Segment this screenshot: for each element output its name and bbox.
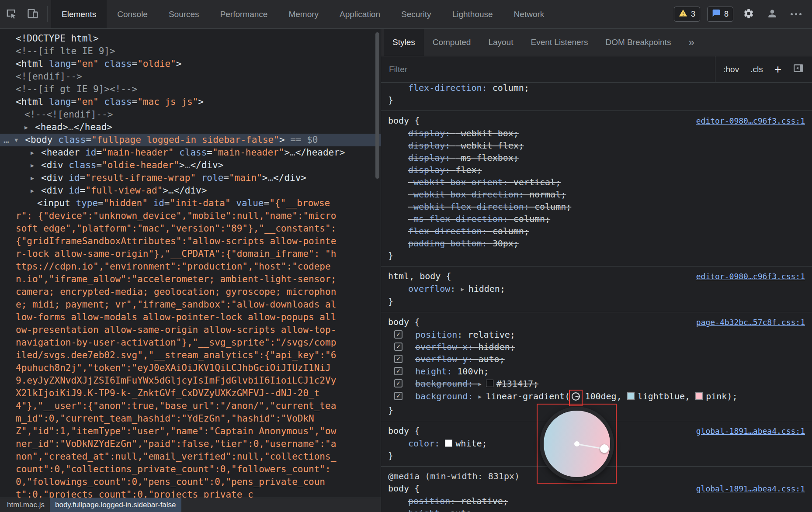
css-rule: html, body {editor-0980…c96f3.css:1overf…	[381, 266, 812, 312]
css-declaration[interactable]: ✓background: ▶#131417;	[388, 377, 805, 390]
dom-tree-node[interactable]: ▶<div id="result-iframe-wrap" role="main…	[0, 172, 381, 184]
expand-arrow-icon[interactable]: ▶	[31, 184, 41, 197]
toggle-computed-sidebar-button[interactable]	[793, 62, 804, 76]
toggle-pseudo-state-button[interactable]: :hov	[723, 65, 739, 74]
color-swatch[interactable]	[445, 439, 452, 447]
expand-arrow-icon[interactable]: ▶	[24, 121, 35, 134]
tab-dom-breakpoints[interactable]: DOM Breakpoints	[597, 29, 680, 56]
declaration-checkbox[interactable]: ✓	[394, 355, 403, 363]
settings-button[interactable]	[740, 8, 757, 21]
dom-tree-node[interactable]: … ▼<body class="fullpage logged-in sideb…	[0, 134, 381, 146]
declaration-checkbox[interactable]: ✓	[394, 379, 403, 387]
color-swatch[interactable]	[695, 392, 703, 400]
stylesheet-link[interactable]: global-1891…abea4.css:1	[696, 425, 805, 437]
expand-arrow-icon[interactable]: ▶	[31, 172, 41, 184]
css-declaration[interactable]: padding-bottom: 30px;	[388, 237, 805, 249]
dom-tree-node[interactable]: ▶<div id="full-view-ad">…</div>	[0, 184, 381, 197]
css-declaration[interactable]: ✓height: 100vh;	[388, 365, 805, 377]
devtools-window: ElementsConsoleSourcesPerformanceMemoryA…	[0, 0, 812, 512]
rule-close-brace: }	[388, 94, 805, 106]
expand-value-icon[interactable]: ▶	[479, 391, 482, 403]
css-declaration[interactable]: -webkit-flex-direction: column;	[388, 201, 805, 213]
angle-picker-popup[interactable]	[537, 404, 617, 484]
css-declaration[interactable]: display: -webkit-flex;	[388, 139, 805, 152]
css-declaration[interactable]: overflow: ▶hidden;	[388, 283, 805, 295]
dom-tree-node[interactable]: <!--<![endif]-->	[0, 108, 381, 121]
tab-layout[interactable]: Layout	[479, 29, 522, 56]
css-declaration[interactable]: height: auto;	[388, 507, 805, 512]
dom-tree-node[interactable]: <!DOCTYPE html>	[0, 32, 381, 45]
expand-value-icon[interactable]: ▶	[479, 378, 482, 390]
dom-tree-node[interactable]: <![endif]-->	[0, 70, 381, 83]
inspect-element-button[interactable]	[0, 0, 22, 28]
css-declaration[interactable]: position: relative;	[388, 495, 805, 507]
collapse-arrow-icon[interactable]: ▼	[14, 134, 25, 146]
dom-tree-node[interactable]: <!--[if lte IE 9]>	[0, 45, 381, 58]
more-options-button[interactable]	[788, 13, 804, 15]
stylesheet-link[interactable]: editor-0980…c96f3.css:1	[696, 115, 805, 127]
css-declaration[interactable]: ✓overflow-y: auto;	[388, 353, 805, 365]
breadcrumb-item[interactable]: html.mac.js	[2, 498, 50, 512]
message-bubble-icon	[712, 9, 721, 20]
tab-application[interactable]: Application	[329, 0, 391, 28]
tab-network[interactable]: Network	[503, 0, 555, 28]
dom-tree: <!DOCTYPE html><!--[if lte IE 9]><html l…	[0, 29, 381, 498]
declaration-checkbox[interactable]: ✓	[394, 342, 403, 351]
tab-security[interactable]: Security	[391, 0, 442, 28]
tab-event-listeners[interactable]: Event Listeners	[522, 29, 597, 56]
css-declaration[interactable]: ✓overflow-x: hidden;	[388, 341, 805, 353]
tab-performance[interactable]: Performance	[210, 0, 278, 28]
css-declaration[interactable]: display: -ms-flexbox;	[388, 152, 805, 164]
toggle-class-button[interactable]: .cls	[750, 65, 763, 74]
rule-close-brace: }	[388, 295, 805, 308]
stylesheet-link[interactable]: global-1891…abea4.css:1	[696, 483, 805, 495]
device-toolbar-button[interactable]	[22, 0, 44, 28]
profile-button[interactable]	[764, 8, 781, 21]
angle-icon[interactable]	[571, 392, 580, 404]
angle-hand-line	[576, 443, 602, 449]
dom-tree-node[interactable]: ▶<head>…</head>	[0, 121, 381, 134]
more-tabs-button[interactable]: »	[681, 29, 701, 56]
declaration-checkbox[interactable]: ✓	[394, 392, 403, 400]
tab-computed[interactable]: Computed	[424, 29, 480, 56]
angle-dial[interactable]	[540, 407, 614, 481]
css-declaration[interactable]: -ms-flex-direction: column;	[388, 213, 805, 225]
angle-handle[interactable]	[599, 443, 609, 453]
toolbar-right: 3 8	[674, 0, 812, 28]
css-declaration[interactable]: display: -webkit-box;	[388, 127, 805, 139]
dom-tree-node[interactable]: ▶<div class="oldie-header">…</div>	[0, 159, 381, 172]
tab-lighthouse[interactable]: Lighthouse	[442, 0, 503, 28]
css-declaration[interactable]: ✓background: ▶linear-gradient(100deg, li…	[388, 390, 805, 404]
tab-sources[interactable]: Sources	[158, 0, 210, 28]
tab-memory[interactable]: Memory	[278, 0, 329, 28]
breadcrumb-item[interactable]: body.fullpage.logged-in.sidebar-false	[50, 498, 181, 512]
expand-arrow-icon[interactable]: ▶	[31, 159, 41, 172]
dom-tree-node[interactable]: <html lang="en" class="mac js js">	[0, 96, 381, 108]
stylesheet-link[interactable]: page-4b32bc…57c8f.css:1	[696, 316, 805, 329]
tab-elements[interactable]: Elements	[51, 0, 107, 28]
css-declaration[interactable]: -webkit-box-orient: vertical;	[388, 176, 805, 188]
scrollbar-thumb[interactable]	[375, 32, 379, 179]
expand-arrow-icon[interactable]: ▶	[31, 146, 41, 159]
declaration-checkbox[interactable]: ✓	[394, 367, 403, 375]
issues-badge[interactable]: 3	[674, 7, 700, 22]
color-swatch[interactable]	[627, 392, 635, 400]
declaration-checkbox[interactable]: ✓	[394, 330, 403, 339]
css-declaration[interactable]: flex-direction: column;	[388, 225, 805, 237]
css-declaration[interactable]: display: flex;	[388, 164, 805, 176]
console-messages-badge[interactable]: 8	[707, 7, 733, 22]
stylesheet-link[interactable]: editor-0980…c96f3.css:1	[696, 270, 805, 283]
expand-value-icon[interactable]: ▶	[461, 283, 464, 295]
dom-tree-node[interactable]: <html lang="en" class="oldie">	[0, 58, 381, 70]
css-declaration[interactable]: ✓position: relative;	[388, 329, 805, 341]
css-declaration[interactable]: flex-direction: column;	[388, 82, 805, 94]
rule-header: html, body {editor-0980…c96f3.css:1	[388, 270, 805, 283]
color-swatch[interactable]	[486, 380, 493, 387]
css-declaration[interactable]: -webkit-box-direction: normal;	[388, 188, 805, 201]
dom-tree-node-input[interactable]: <input type="hidden" id="init-data" valu…	[0, 197, 342, 498]
tab-styles[interactable]: Styles	[384, 29, 424, 56]
dom-tree-node[interactable]: <!--[if gt IE 9]><!-->	[0, 83, 381, 96]
dom-tree-node[interactable]: ▶<header id="main-header" class="main-he…	[0, 146, 381, 159]
new-style-rule-button[interactable]: +	[774, 63, 781, 76]
tab-console[interactable]: Console	[107, 0, 158, 28]
